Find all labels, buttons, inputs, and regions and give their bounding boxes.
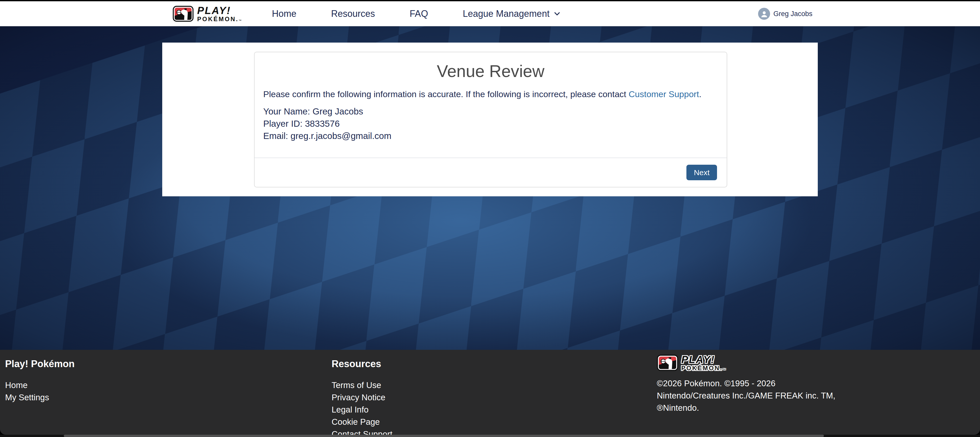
scrollbar-thumb[interactable] bbox=[64, 435, 824, 437]
footer-link-terms-of-use[interactable]: Terms of Use bbox=[332, 379, 392, 391]
footer-link-legal-info[interactable]: Legal Info bbox=[332, 404, 392, 416]
customer-support-link[interactable]: Customer Support bbox=[628, 89, 699, 99]
card-footer: Next bbox=[255, 157, 727, 187]
info-line-player-id: Player ID: 3833576 bbox=[263, 118, 718, 130]
footer-play-pokemon-logo[interactable]: PLAY! POKÉMON.™ bbox=[657, 354, 835, 371]
footer-copyright: ©2026 Pokémon. ©1995 - 2026 Nintendo/Cre… bbox=[657, 377, 835, 414]
site-footer: Play! Pokémon Home My Settings Resources… bbox=[0, 350, 980, 435]
footer-col-play-pokemon: Play! Pokémon Home My Settings bbox=[5, 359, 75, 404]
user-avatar bbox=[758, 8, 770, 20]
brand-pokemon-text: POKÉMON.™ bbox=[681, 365, 726, 371]
info-line-email: Email: greg.r.jacobs@gmail.com bbox=[263, 130, 718, 142]
footer-link-privacy-notice[interactable]: Privacy Notice bbox=[332, 391, 392, 404]
footer-link-my-settings[interactable]: My Settings bbox=[5, 391, 75, 404]
page-background: Venue Review Please confirm the followin… bbox=[0, 26, 980, 350]
play-pokemon-badge-icon bbox=[173, 6, 194, 22]
footer-col-resources: Resources Terms of Use Privacy Notice Le… bbox=[332, 359, 392, 437]
chevron-down-icon bbox=[554, 10, 560, 16]
intro-text: Please confirm the following information… bbox=[263, 89, 718, 99]
content-wrapper: Venue Review Please confirm the followin… bbox=[162, 43, 818, 196]
next-button[interactable]: Next bbox=[686, 165, 717, 180]
info-line-name: Your Name: Greg Jacobs bbox=[263, 105, 718, 118]
brand-play-text: PLAY! bbox=[681, 354, 726, 365]
horizontal-scrollbar[interactable] bbox=[0, 435, 980, 437]
brand-play-text: PLAY! bbox=[197, 5, 242, 16]
app-header: PLAY! POKÉMON.™ Home Resources FAQ Leagu… bbox=[0, 1, 980, 26]
nav-item-league-management[interactable]: League Management bbox=[463, 8, 559, 19]
play-pokemon-logo[interactable]: PLAY! POKÉMON.™ bbox=[173, 5, 242, 22]
brand-pokemon-text: POKÉMON.™ bbox=[197, 16, 242, 22]
play-pokemon-badge-icon bbox=[657, 354, 678, 371]
nav-item-faq[interactable]: FAQ bbox=[410, 8, 428, 19]
user-menu[interactable]: Greg Jacobs bbox=[758, 8, 812, 20]
page-title: Venue Review bbox=[255, 62, 727, 81]
player-info: Your Name: Greg Jacobs Player ID: 383357… bbox=[263, 105, 718, 142]
footer-link-cookie-page[interactable]: Cookie Page bbox=[332, 416, 392, 428]
user-name: Greg Jacobs bbox=[773, 10, 812, 17]
user-avatar-icon bbox=[760, 10, 768, 19]
footer-link-home[interactable]: Home bbox=[5, 379, 75, 391]
footer-col-title: Resources bbox=[332, 359, 392, 369]
footer-col-title: Play! Pokémon bbox=[5, 359, 75, 369]
footer-col-brand: PLAY! POKÉMON.™ ©2026 Pokémon. ©1995 - 2… bbox=[657, 354, 835, 414]
nav-item-resources[interactable]: Resources bbox=[331, 8, 375, 19]
venue-review-card: Venue Review Please confirm the followin… bbox=[254, 52, 727, 188]
main-nav: Home Resources FAQ League Management bbox=[272, 8, 559, 19]
nav-item-home[interactable]: Home bbox=[272, 8, 296, 19]
